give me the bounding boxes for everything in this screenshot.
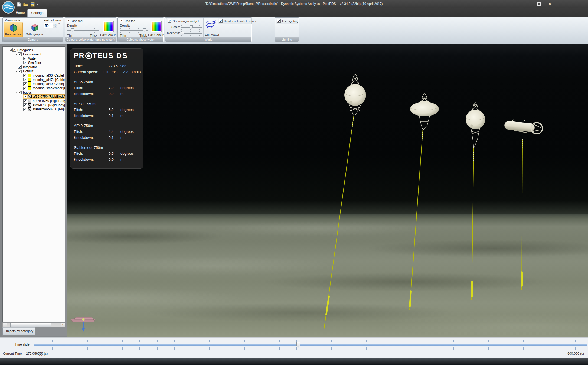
colour-swatch[interactable] — [28, 103, 31, 107]
timeline-start-value: 0.000 (s) — [35, 352, 48, 356]
tree-item-water[interactable]: Water — [3, 56, 65, 61]
origin-thickness-slider[interactable] — [181, 30, 202, 37]
edit-water-button[interactable]: Edit Water — [205, 33, 219, 36]
logo-o-icon — [85, 52, 92, 59]
use-lighting-checkbox[interactable] — [277, 19, 281, 23]
checkbox[interactable] — [18, 52, 22, 56]
tree-item-label: af47e-0750 [RigidBody] — [33, 99, 65, 103]
tree-item-categories[interactable]: Categories — [3, 48, 65, 52]
origin-widget-box: Show origin widget Scale: Thickness: — [166, 18, 204, 38]
tab-objects-by-category[interactable]: Objects by category — [2, 327, 35, 335]
checkbox[interactable] — [23, 74, 27, 77]
tree-item-af47e-0750[interactable]: af47e-0750 [RigidBody] — [3, 99, 65, 103]
qat-dropdown-icon[interactable]: ▾ — [37, 3, 38, 6]
edit-colour-above-button[interactable]: Edit Colour — [148, 33, 164, 37]
perspective-button[interactable]: Perspective — [4, 22, 23, 38]
close-button[interactable]: ✕ — [544, 0, 555, 8]
buoy-af36[interactable] — [344, 74, 366, 116]
scroll-right-icon[interactable]: ▸ — [61, 323, 65, 327]
colour-swatch[interactable] — [28, 95, 32, 98]
show-origin-checkbox[interactable] — [168, 19, 171, 23]
tree-item-stablemoor-0750[interactable]: stablemoor-0750 [Rigid — [3, 107, 65, 112]
tree-item-mooring-af49[interactable]: mooring_af49 [Cable] — [3, 82, 65, 86]
colour-swatch[interactable] — [28, 82, 31, 86]
checkbox[interactable] — [23, 87, 27, 90]
tree-item-default[interactable]: Default — [3, 69, 65, 73]
checkbox[interactable] — [23, 82, 27, 86]
minimize-button[interactable]: — — [522, 0, 533, 8]
report-icon[interactable] — [31, 2, 35, 7]
tree-item-buoys[interactable]: buoys — [3, 90, 65, 95]
edit-colour-swatch-icon[interactable] — [103, 21, 114, 32]
maximize-button[interactable] — [534, 0, 544, 8]
tree-item-integrator[interactable]: Integrator — [3, 65, 65, 69]
field-of-view-label: Field of view — [44, 19, 61, 22]
expander-icon[interactable] — [9, 48, 12, 51]
scrollbar-thumb[interactable]: ≡ — [10, 323, 51, 327]
edit-water-icon[interactable] — [205, 19, 217, 29]
time-slider-track[interactable] — [34, 344, 587, 346]
tree-item-af49-0750[interactable]: af49-0750 [RigidBody] — [3, 103, 65, 107]
tree-item-mooring-af47e[interactable]: mooring_af47e [Cable] — [3, 78, 65, 82]
colour-swatch[interactable] — [28, 74, 31, 77]
checkbox[interactable] — [23, 108, 27, 111]
fov-spinner[interactable]: 50 ▲▼ — [44, 23, 57, 28]
open-folder-icon[interactable] — [23, 2, 28, 6]
time-slider-thumb[interactable] — [296, 342, 300, 348]
window-title: 'D:\Simulations\DWB\Ramp\Ramp 2\Results\… — [0, 2, 588, 6]
orthographic-icon — [30, 23, 39, 32]
spin-down-icon[interactable]: ▼ — [53, 26, 57, 28]
expander-icon[interactable] — [15, 91, 18, 94]
use-fog-above-checkbox[interactable] — [120, 19, 123, 22]
spin-up-icon[interactable]: ▲ — [53, 23, 57, 26]
checkbox[interactable] — [18, 91, 22, 94]
fov-value[interactable]: 50 — [44, 23, 53, 28]
expander-icon[interactable] — [15, 70, 18, 73]
new-file-icon[interactable] — [17, 2, 21, 7]
checkbox[interactable] — [23, 103, 27, 107]
tree-item-mooring-stablemoor[interactable]: mooring_stablemoor [C — [3, 86, 65, 90]
tree-item-af36-0750[interactable]: af36-0750 [RigidBody] — [3, 95, 65, 99]
checkbox[interactable] — [23, 61, 27, 64]
buoy-af47e[interactable] — [410, 94, 439, 130]
tree-item-sea-floor[interactable]: Sea floor — [3, 61, 65, 65]
logo-text: TEUS — [93, 52, 114, 60]
colour-swatch[interactable] — [28, 99, 31, 103]
checkbox[interactable] — [24, 95, 27, 98]
perspective-label: Perspective — [5, 33, 21, 36]
checkbox[interactable] — [18, 70, 22, 73]
group-title-fog-below: Colours, below water (and no water) — [65, 37, 116, 42]
thick-label: Thick — [139, 34, 147, 37]
colour-swatch[interactable] — [28, 107, 31, 111]
tab-home[interactable]: Home — [12, 9, 28, 17]
expander-icon[interactable] — [15, 53, 18, 56]
checkbox[interactable] — [23, 57, 27, 60]
selected-row[interactable]: af36-0750 [RigidBody] — [23, 94, 65, 99]
colour-swatch[interactable] — [28, 86, 31, 90]
tree-item-mooring-af36[interactable]: mooring_af36 [Cable] — [3, 73, 65, 78]
checkbox[interactable] — [12, 48, 16, 52]
timeline-end-value: 600.000 (s) — [567, 352, 584, 356]
buoy-stablemoor[interactable] — [504, 118, 543, 134]
render-nets-checkbox[interactable] — [219, 19, 223, 23]
object-tree[interactable]: Categories Environment Water Sea floor I… — [2, 46, 65, 322]
checkbox[interactable] — [23, 99, 27, 103]
fog-density-slider-above[interactable] — [120, 27, 148, 34]
thick-label: Thick — [90, 34, 97, 37]
edit-colour-below-button[interactable]: Edit Colour — [100, 33, 116, 37]
tree-horizontal-scrollbar[interactable]: ◂ ≡ ▸ — [2, 323, 65, 327]
fog-density-slider-below[interactable] — [67, 27, 99, 34]
checkbox[interactable] — [23, 78, 27, 81]
tab-settings[interactable]: Settings — [27, 9, 47, 17]
buoy-af49[interactable] — [466, 103, 485, 147]
checkbox[interactable] — [18, 65, 22, 69]
colour-swatch[interactable] — [28, 78, 31, 82]
app-menu-button[interactable] — [2, 1, 15, 14]
use-fog-below-checkbox[interactable] — [67, 19, 70, 22]
origin-widget — [71, 317, 95, 332]
scroll-left-icon[interactable]: ◂ — [3, 323, 7, 327]
3d-viewport[interactable]: PR TEUS DS Time: 278.5 sec Current speed… — [67, 44, 588, 337]
orthographic-button[interactable]: Orthographic — [24, 22, 45, 38]
tree-item-environment[interactable]: Environment — [3, 52, 65, 57]
edit-colour-swatch-icon[interactable] — [151, 21, 162, 32]
